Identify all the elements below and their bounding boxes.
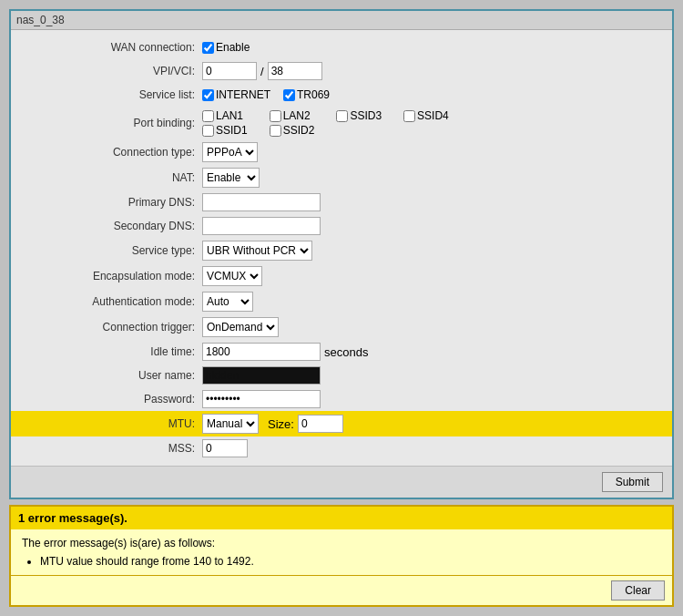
ssid1-text: SSID1	[216, 124, 248, 137]
connection-type-controls: PPPoA PPPoE IPoA Bridge	[202, 142, 258, 162]
connection-type-row: Connection type: PPPoA PPPoE IPoA Bridge	[11, 139, 672, 165]
port-binding-controls: LAN1 LAN2 SSID3 SSID4	[202, 109, 458, 137]
password-row: Password:	[11, 387, 672, 411]
submit-button[interactable]: Submit	[602, 472, 663, 492]
nat-label: NAT:	[20, 171, 202, 184]
auth-mode-row: Authentication mode: Auto PAP CHAP	[11, 289, 672, 314]
nat-controls: Enable Disable	[202, 168, 260, 188]
ssid2-checkbox[interactable]	[270, 125, 281, 137]
section-title-text: nas_0_38	[16, 14, 65, 26]
connection-type-select[interactable]: PPPoA PPPoE IPoA Bridge	[202, 142, 258, 162]
secondary-dns-input[interactable]	[202, 217, 321, 235]
username-row: User name:	[11, 364, 672, 387]
connection-trigger-controls: OnDemand AlwaysOn Manual	[202, 317, 279, 337]
wan-enable-text: Enable	[216, 41, 250, 54]
internet-checkbox[interactable]	[202, 89, 214, 101]
vpi-vci-row: VPI/VCI: /	[11, 59, 672, 83]
primary-dns-input[interactable]	[202, 193, 321, 211]
connection-trigger-select[interactable]: OnDemand AlwaysOn Manual	[202, 317, 279, 337]
username-controls	[202, 366, 321, 385]
ssid1-label[interactable]: SSID1	[202, 124, 248, 137]
username-input[interactable]	[202, 366, 321, 385]
lan2-checkbox[interactable]	[270, 110, 281, 122]
ssid2-text: SSID2	[283, 124, 315, 137]
encapsulation-controls: VCMUX LLC	[202, 266, 262, 286]
password-label: Password:	[20, 393, 202, 406]
mtu-label: MTU:	[20, 417, 202, 430]
mtu-size-label: Size:	[268, 417, 294, 431]
service-type-controls: UBR Without PCR CBR UBR With PCR	[202, 241, 312, 261]
service-list-controls: INTERNET TR069	[202, 88, 339, 101]
mss-input[interactable]	[202, 439, 248, 457]
wan-connection-row: WAN connection: Enable	[11, 36, 672, 59]
primary-dns-controls	[202, 193, 321, 211]
mtu-size-input[interactable]	[298, 415, 343, 433]
lan1-checkbox[interactable]	[202, 110, 214, 122]
encapsulation-label: Encapsulation mode:	[20, 270, 202, 282]
auth-mode-select[interactable]: Auto PAP CHAP	[202, 292, 253, 312]
internet-label[interactable]: INTERNET	[202, 88, 270, 101]
wan-connection-label: WAN connection:	[20, 41, 202, 54]
ssid1-checkbox[interactable]	[202, 125, 214, 137]
idle-time-row: Idle time: seconds	[11, 340, 672, 364]
ssid4-checkbox[interactable]	[403, 110, 415, 122]
service-list-row: Service list: INTERNET TR069	[11, 83, 672, 107]
ssid3-checkbox[interactable]	[336, 110, 348, 122]
error-list: MTU value should range frome 140 to 1492…	[40, 555, 661, 568]
auth-mode-controls: Auto PAP CHAP	[202, 292, 253, 312]
ssid4-text: SSID4	[417, 109, 449, 122]
internet-text: INTERNET	[216, 88, 270, 101]
mtu-mode-select[interactable]: Manual Auto	[202, 414, 259, 434]
wan-connection-controls: Enable	[202, 41, 259, 54]
clear-button[interactable]: Clear	[611, 580, 665, 601]
ssid3-label[interactable]: SSID3	[336, 109, 382, 122]
error-footer: Clear	[11, 575, 672, 605]
connection-trigger-label: Connection trigger:	[20, 321, 202, 334]
ssid3-text: SSID3	[350, 109, 382, 122]
wan-enable-checkbox[interactable]	[202, 42, 214, 54]
idle-time-controls: seconds	[202, 343, 368, 361]
port-binding-grid: LAN1 LAN2 SSID3 SSID4	[202, 109, 458, 137]
vpi-vci-separator: /	[260, 65, 264, 78]
section-title: nas_0_38	[11, 11, 672, 30]
lan1-text: LAN1	[216, 109, 243, 122]
error-body: The error message(s) is(are) as follows:…	[11, 529, 672, 575]
ssid2-label[interactable]: SSID2	[270, 124, 315, 137]
tr069-checkbox[interactable]	[283, 89, 295, 101]
connection-trigger-row: Connection trigger: OnDemand AlwaysOn Ma…	[11, 314, 672, 340]
connection-type-label: Connection type:	[20, 146, 202, 159]
main-container: nas_0_38 WAN connection: Enable VPI/VCI:…	[9, 9, 674, 499]
secondary-dns-row: Secondary DNS:	[11, 214, 672, 238]
lan1-label[interactable]: LAN1	[202, 109, 248, 122]
wan-enable-label[interactable]: Enable	[202, 41, 250, 54]
mss-row: MSS:	[11, 436, 672, 460]
encapsulation-row: Encapsulation mode: VCMUX LLC	[11, 263, 672, 289]
idle-time-input[interactable]	[202, 343, 321, 361]
submit-row: Submit	[11, 466, 672, 498]
mss-label: MSS:	[20, 442, 202, 455]
service-list-label: Service list:	[20, 88, 202, 101]
vpi-vci-controls: /	[202, 62, 322, 80]
service-type-label: Service type:	[20, 244, 202, 257]
vpi-input[interactable]	[202, 62, 257, 80]
encapsulation-select[interactable]: VCMUX LLC	[202, 266, 262, 286]
mtu-controls: Manual Auto Size:	[202, 414, 343, 434]
service-type-select[interactable]: UBR Without PCR CBR UBR With PCR	[202, 241, 312, 261]
ssid4-label[interactable]: SSID4	[403, 109, 449, 122]
vpi-vci-label: VPI/VCI:	[20, 65, 202, 77]
nat-select[interactable]: Enable Disable	[202, 168, 260, 188]
port-binding-row: Port binding: LAN1 LAN2 SSID3	[11, 107, 672, 139]
auth-mode-label: Authentication mode:	[20, 295, 202, 308]
tr069-label[interactable]: TR069	[283, 88, 330, 101]
password-controls	[202, 390, 321, 408]
password-input[interactable]	[202, 390, 321, 408]
secondary-dns-controls	[202, 217, 321, 235]
form-area: WAN connection: Enable VPI/VCI: / Servic…	[11, 30, 672, 466]
error-intro-text: The error message(s) is(are) as follows:	[22, 537, 661, 549]
lan2-label[interactable]: LAN2	[270, 109, 315, 122]
vci-input[interactable]	[268, 62, 322, 80]
primary-dns-label: Primary DNS:	[20, 196, 202, 209]
idle-time-suffix: seconds	[324, 345, 368, 359]
error-header-text: 1 error message(s).	[18, 511, 127, 525]
primary-dns-row: Primary DNS:	[11, 190, 672, 214]
